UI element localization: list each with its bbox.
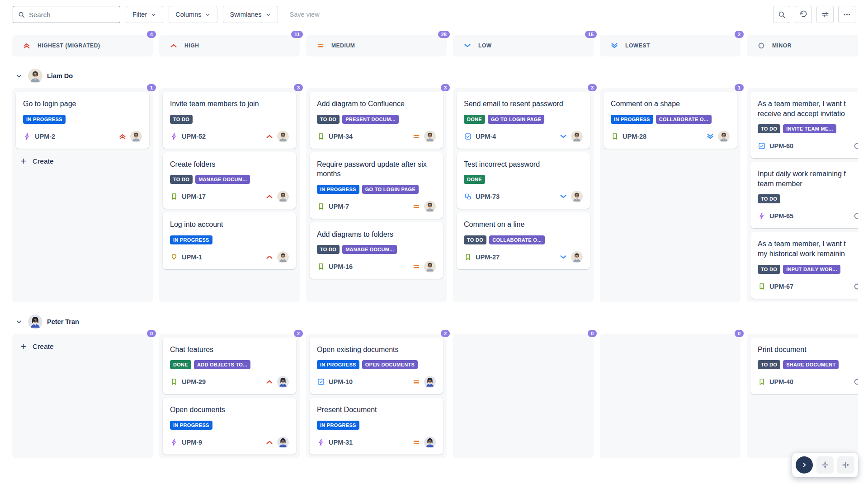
card-UPM-60[interactable]: As a team member, I want t receive and a…: [750, 92, 858, 158]
swimlanes: Liam Do1Go to login pageIN PROGRESSUPM-2…: [0, 68, 858, 458]
expand-panel-button[interactable]: [796, 456, 813, 474]
assignee-avatar: [424, 436, 436, 448]
card-footer-right: [559, 191, 583, 202]
card-footer-right: [853, 210, 858, 222]
card-footer: UPM-9: [170, 436, 289, 448]
card-footer-right: [412, 261, 436, 272]
search-input[interactable]: [29, 11, 115, 19]
create-button[interactable]: Create: [16, 338, 149, 356]
card-UPM-4[interactable]: Send email to resent passwordDONEGO TO L…: [457, 92, 590, 149]
filter-button[interactable]: Filter: [126, 6, 163, 23]
undo-button[interactable]: [795, 6, 812, 23]
search-input-box[interactable]: [13, 6, 120, 23]
card-title: Test incorrect password: [464, 160, 583, 169]
floating-toolbar: [792, 453, 858, 477]
plus-icon: [19, 157, 27, 165]
card-key: UPM-29: [182, 378, 206, 385]
card-key: UPM-27: [476, 253, 500, 261]
type-subtask-icon: [464, 192, 472, 201]
create-button[interactable]: Create: [16, 152, 149, 170]
card-footer-right: [265, 251, 289, 263]
card-UPM-9[interactable]: Open documentsIN PROGRESSUPM-9: [163, 398, 296, 455]
collapse-swimlanes-button[interactable]: [816, 456, 834, 474]
type-epic-icon: [170, 132, 178, 141]
card-badges: TO DOMANAGE DOCUM...: [170, 175, 289, 184]
more-button[interactable]: [838, 6, 855, 23]
card-title: Chat features: [170, 345, 289, 355]
view-settings-button[interactable]: [816, 6, 834, 23]
card-key: UPM-7: [329, 203, 349, 210]
assignee-avatar: [277, 191, 289, 202]
card-footer: UPM-67: [758, 281, 858, 292]
status-badge: TO DO: [758, 360, 780, 369]
swimlane-peter-tran: Peter Tran0Create2Chat featuresDONEADD O…: [0, 314, 858, 458]
status-badge: TO DO: [758, 194, 780, 203]
type-epic-icon: [170, 438, 178, 446]
type-story-icon: [758, 378, 766, 386]
column-cell-high: 2Chat featuresDONEADD OBJECTS TO...UPM-2…: [159, 334, 300, 458]
collapse-vertical-icon: [821, 460, 830, 469]
collapse-swimlane-button[interactable]: [14, 317, 24, 326]
card-UPM-17[interactable]: Create foldersTO DOMANAGE DOCUM...UPM-17: [163, 152, 296, 209]
column-header-high: HIGH11: [159, 35, 300, 56]
card-title: Print document: [758, 345, 858, 355]
save-view-button[interactable]: Save view: [283, 6, 326, 23]
card-key: UPM-16: [329, 263, 353, 270]
label-badge: COLLABORATE O...: [489, 235, 545, 244]
card-UPM-67[interactable]: As a team member, I want t my historical…: [750, 232, 858, 298]
collapse-swimlane-button[interactable]: [14, 71, 24, 80]
swimlanes-button[interactable]: Swimlanes: [223, 6, 278, 23]
card-UPM-40[interactable]: Print documentTO DOSHARE DOCUMENTUPM-40: [750, 338, 858, 394]
card-UPM-34[interactable]: Add diagram to ConfluenceTO DOPRESENT DO…: [310, 92, 443, 149]
status-badge: TO DO: [170, 115, 193, 124]
type-story-icon: [464, 253, 472, 261]
priority-high-icon: [265, 438, 274, 447]
swimlanes-label: Swimlanes: [230, 11, 261, 18]
swimlane-header: Peter Tran: [14, 314, 858, 329]
chevron-right-icon: [800, 461, 808, 469]
status-badge: TO DO: [758, 265, 780, 274]
type-story-icon: [317, 202, 325, 211]
priority-high-icon: [169, 41, 178, 50]
card-badges: IN PROGRESSGO TO LOGIN PAGE: [317, 185, 436, 194]
card-UPM-52[interactable]: Invite team members to joinTO DOUPM-52: [163, 92, 296, 149]
type-epic-icon: [758, 212, 766, 220]
priority-low-icon: [559, 253, 568, 262]
card-UPM-2[interactable]: Go to login pageIN PROGRESSUPM-2: [16, 92, 149, 149]
card-UPM-29[interactable]: Chat featuresDONEADD OBJECTS TO...UPM-29: [163, 338, 296, 394]
card-UPM-7[interactable]: Require password update after six months…: [310, 152, 443, 219]
card-badges: IN PROGRESSCOLLABORATE O...: [611, 115, 730, 124]
card-UPM-16[interactable]: Add diagrams to foldersTO DOMANAGE DOCUM…: [310, 222, 443, 279]
priority-medium-icon: [316, 41, 325, 50]
card-footer-right: [559, 251, 583, 263]
assignee-avatar: [571, 251, 583, 263]
card-UPM-27[interactable]: Comment on a lineTO DOCOLLABORATE O...UP…: [457, 212, 590, 269]
card-UPM-28[interactable]: Comment on a shapeIN PROGRESSCOLLABORATE…: [604, 92, 737, 149]
chevron-down-icon: [265, 12, 271, 18]
card-title: Log into account: [170, 220, 289, 230]
collapse-columns-button[interactable]: [837, 456, 854, 474]
card-title: Require password update after six months: [317, 160, 436, 179]
priority-medium-icon: [412, 202, 421, 211]
priority-medium-icon: [412, 262, 421, 271]
card-footer-right: [412, 376, 436, 388]
chevron-down-icon: [15, 318, 23, 325]
assignee-avatar: [130, 131, 142, 142]
search-issues-button[interactable]: [773, 6, 790, 23]
card-key: UPM-9: [182, 439, 202, 446]
priority-low-icon: [463, 41, 472, 50]
card-key: UPM-40: [769, 378, 793, 385]
card-UPM-65[interactable]: Input daily work remaining f team member…: [750, 162, 858, 228]
card-UPM-10[interactable]: Open existing documentsIN PROGRESSOPEN D…: [310, 338, 443, 394]
columns-button[interactable]: Columns: [169, 6, 217, 23]
card-UPM-73[interactable]: Test incorrect passwordDONEUPM-73: [457, 152, 590, 209]
status-badge: IN PROGRESS: [317, 185, 359, 194]
card-UPM-1[interactable]: Log into accountIN PROGRESSUPM-1: [163, 212, 296, 269]
label-badge: SHARE DOCUMENT: [783, 360, 839, 369]
top-toolbar: Filter Columns Swimlanes Save view: [0, 0, 868, 23]
swimlane-name: Peter Tran: [47, 318, 79, 325]
card-title: Go to login page: [23, 99, 142, 109]
priority-minor-icon: [853, 282, 858, 291]
card-UPM-31[interactable]: Present DocumentIN PROGRESSUPM-31: [310, 398, 443, 455]
status-badge: IN PROGRESS: [611, 115, 653, 124]
